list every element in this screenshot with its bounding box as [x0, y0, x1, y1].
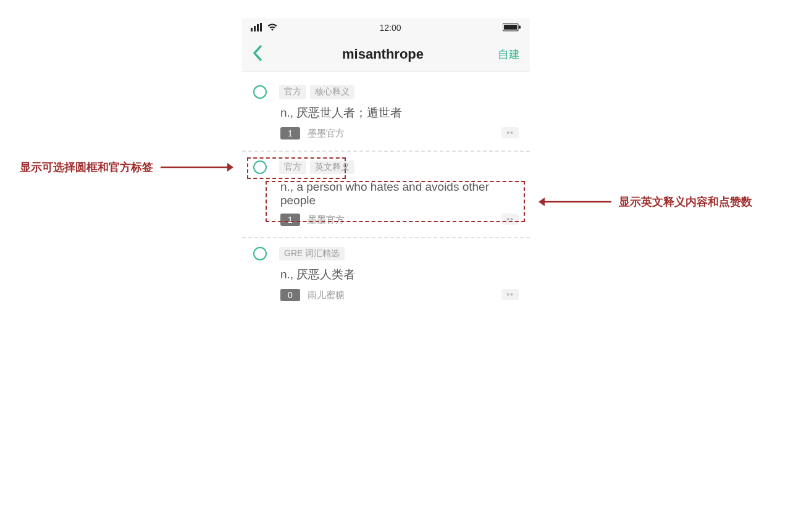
author-label: 墨墨官方	[308, 214, 345, 226]
svg-rect-3	[260, 23, 262, 31]
svg-rect-5	[504, 25, 517, 30]
tag-official: 官方	[279, 160, 306, 174]
annotation-right-text: 显示英文释义内容和点赞数	[619, 194, 752, 209]
definition-card: 官方 核心释义 n., 厌恶世人者；遁世者 1 墨墨官方 ••	[242, 77, 530, 147]
like-count-badge[interactable]: 1	[280, 127, 300, 139]
definition-text: n., a person who hates and avoids other …	[280, 180, 519, 207]
tag-group: GRE 词汇精选	[279, 247, 345, 260]
wifi-icon	[267, 23, 278, 33]
arrow-right-icon	[161, 162, 235, 173]
tag-english-def: 英文释义	[310, 160, 354, 174]
tag-group: 官方 核心释义	[279, 85, 354, 99]
nav-bar: misanthrope 自建	[242, 37, 530, 72]
definition-text: n., 厌恶世人者；遁世者	[280, 105, 519, 121]
svg-rect-1	[254, 26, 256, 31]
status-bar: 12:00	[242, 19, 530, 37]
tag-gre: GRE 词汇精选	[279, 247, 345, 260]
status-time: 12:00	[379, 23, 401, 33]
annotation-right: 显示英文释义内容和点赞数	[537, 194, 752, 209]
annotation-left-text: 显示可选择圆框和官方标签	[20, 160, 153, 175]
battery-icon	[503, 23, 521, 33]
author-label: 雨儿蜜糖	[308, 289, 345, 301]
more-button[interactable]: ••	[501, 289, 519, 300]
tag-official: 官方	[279, 85, 306, 99]
select-radio[interactable]	[253, 247, 267, 260]
nav-title: misanthrope	[270, 46, 495, 62]
svg-rect-2	[257, 24, 259, 31]
more-button[interactable]: ••	[501, 214, 519, 225]
like-count-badge[interactable]: 1	[280, 214, 300, 226]
select-radio[interactable]	[253, 160, 267, 174]
more-button[interactable]: ••	[501, 127, 519, 138]
definition-text: n., 厌恶人类者	[280, 267, 519, 283]
signal-icon	[251, 23, 263, 33]
nav-action-create[interactable]: 自建	[495, 47, 520, 62]
tag-core-def: 核心释义	[310, 85, 354, 99]
status-left	[251, 23, 278, 33]
like-count-badge[interactable]: 0	[280, 289, 300, 301]
arrow-left-icon	[537, 196, 611, 207]
content: 官方 核心释义 n., 厌恶世人者；遁世者 1 墨墨官方 •• 官方 英文释义	[242, 72, 530, 309]
phone-frame: 12:00 misanthrope 自建 官方 核心释义 n., 厌恶世人者；遁…	[242, 19, 530, 309]
status-right	[503, 23, 521, 33]
svg-rect-6	[519, 25, 521, 28]
annotation-left: 显示可选择圆框和官方标签	[20, 160, 235, 175]
author-label: 墨墨官方	[308, 128, 345, 139]
tag-group: 官方 英文释义	[279, 160, 354, 174]
back-button[interactable]	[252, 44, 270, 64]
svg-rect-0	[251, 28, 253, 31]
definition-card: GRE 词汇精选 n., 厌恶人类者 0 雨儿蜜糖 ••	[242, 237, 530, 309]
select-radio[interactable]	[253, 85, 267, 99]
chevron-left-icon	[252, 44, 263, 62]
definition-card: 官方 英文释义 n., a person who hates and avoid…	[242, 151, 530, 233]
